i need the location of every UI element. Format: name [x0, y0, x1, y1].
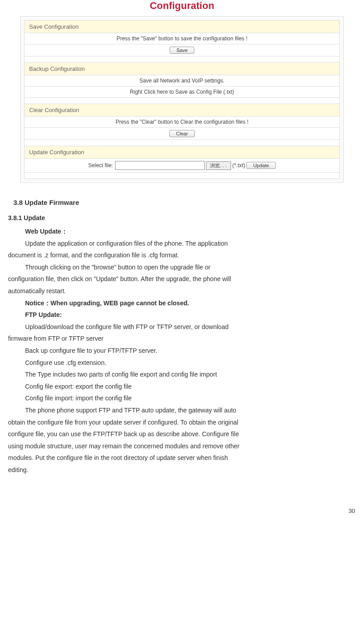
heading-section: 3.8 Update Firmware — [13, 196, 356, 209]
save-config-text: Press the "Save" button to save the conf… — [25, 33, 340, 44]
config-panel: Save Configuration Press the "Save" butt… — [20, 16, 344, 183]
paragraph: using module structure, user may remain … — [8, 440, 356, 452]
paragraph: editing. — [8, 464, 356, 476]
paragraph: The Type includes two parts of config fi… — [8, 369, 356, 381]
paragraph: automatically restart. — [8, 285, 356, 297]
update-row: Select file: 浏览. . . (*.txt) Update — [25, 159, 340, 173]
paragraph: Upload/download the configure file with … — [8, 321, 356, 333]
backup-config-text1: Save all Network and VoIP settings. — [25, 75, 340, 87]
paragraph: modules. Put the configure file in the r… — [8, 452, 356, 464]
spacer — [25, 173, 340, 179]
clear-config-text: Press the "Clear" button to Clear the co… — [25, 117, 340, 128]
paragraph: The phone phone support FTP and TFTP aut… — [8, 404, 356, 416]
notice-text: Notice：When upgrading, WEB page cannot b… — [8, 297, 356, 309]
paragraph: Configure use .cfg extension. — [8, 357, 356, 369]
page-number: 30 — [0, 476, 364, 519]
browse-button[interactable]: 浏览. . . — [206, 161, 231, 170]
file-ext-text: (*.txt) — [232, 162, 245, 169]
clear-config-header: Clear Configuration — [25, 104, 340, 117]
web-update-label: Web Update： — [8, 225, 356, 238]
paragraph: Config file export: export the config fi… — [8, 381, 356, 393]
update-config-header: Update Configuration — [25, 146, 340, 159]
config-table: Save Configuration Press the "Save" butt… — [24, 20, 340, 179]
save-config-header: Save Configuration — [25, 21, 340, 33]
clear-button[interactable]: Clear — [169, 130, 194, 137]
paragraph: configure file, you can use the FTP/TFTP… — [8, 428, 356, 440]
save-button-cell: Save — [25, 44, 340, 56]
ftp-update-label: FTP Update: — [8, 309, 356, 321]
spacer — [25, 98, 340, 104]
paragraph: obtain the configure file from your upda… — [8, 416, 356, 429]
paragraph: firmware from FTP or TFTP server — [8, 333, 356, 345]
page-title: Configuration — [0, 0, 364, 12]
update-button[interactable]: Update — [246, 162, 275, 169]
clear-button-cell: Clear — [25, 128, 340, 140]
file-input[interactable] — [115, 161, 205, 170]
save-button[interactable]: Save — [170, 47, 194, 54]
paragraph: Config file import: import the config fi… — [8, 392, 356, 404]
heading-subsection: 3.8.1 Update — [8, 212, 356, 224]
document-body: 3.8 Update Firmware 3.8.1 Update Web Upd… — [0, 196, 364, 476]
paragraph: Back up configure file to your FTP/TFTP … — [8, 345, 356, 357]
paragraph: Update the application or configuration … — [8, 238, 356, 250]
paragraph: configuration file, then click on "Updat… — [8, 273, 356, 285]
spacer — [25, 140, 340, 146]
backup-config-header: Backup Configuration — [25, 63, 340, 75]
select-file-label: Select file: — [88, 162, 113, 169]
paragraph: document is .z format, and the configura… — [8, 249, 356, 261]
paragraph: Through clicking on the "browse" button … — [8, 261, 356, 273]
backup-config-link[interactable]: Right Click here to Save as Config File … — [25, 87, 340, 98]
spacer — [25, 56, 340, 63]
